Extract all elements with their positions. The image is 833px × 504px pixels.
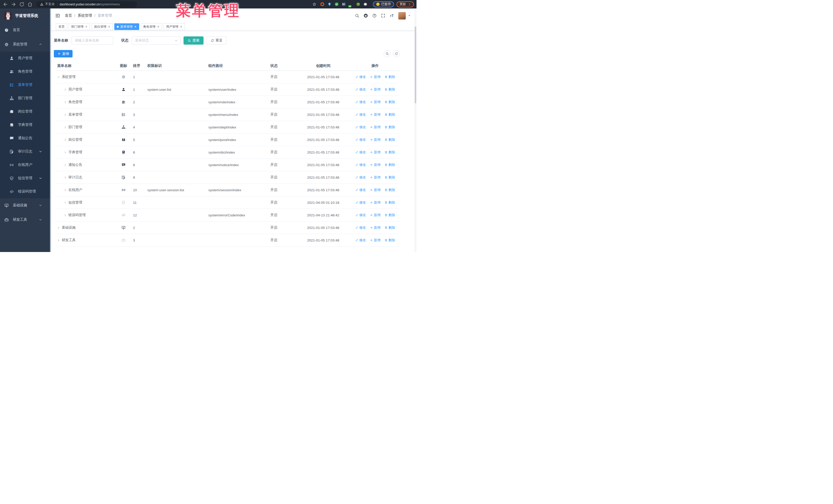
close-icon[interactable]: ✕ — [85, 25, 88, 28]
add-link[interactable]: 新增 — [370, 125, 381, 129]
page-scrollbar[interactable] — [414, 8, 416, 252]
sidebar-item-短信管理[interactable]: 短信管理 — [0, 171, 50, 185]
table-row[interactable]: 岗位管理5system/post/index开启2021-01-05 17:03… — [55, 134, 400, 146]
sidebar-item-审计日志[interactable]: 审计日志 — [0, 145, 50, 158]
add-link[interactable]: 新增 — [370, 163, 381, 167]
edit-link[interactable]: 修改 — [355, 238, 366, 242]
reload-icon[interactable] — [19, 2, 25, 7]
delete-link[interactable]: 删除 — [384, 137, 395, 142]
tab-岗位管理[interactable]: 岗位管理✕ — [92, 23, 113, 30]
sidebar-item-角色管理[interactable]: 角色管理 — [0, 65, 50, 78]
expand-icon[interactable] — [57, 239, 60, 242]
delete-link[interactable]: 删除 — [384, 175, 395, 180]
add-link[interactable]: 新增 — [370, 225, 381, 230]
delete-link[interactable]: 删除 — [384, 100, 395, 104]
forward-icon[interactable] — [11, 2, 17, 7]
add-link[interactable]: 新增 — [370, 200, 381, 205]
expand-icon[interactable] — [64, 113, 67, 116]
table-row[interactable]: 短信管理11开启2021-04-05 01:10:16修改新增删除 — [55, 196, 400, 209]
expand-icon[interactable] — [57, 76, 60, 78]
tab-首页[interactable]: 首页 — [56, 23, 67, 30]
add-link[interactable]: 新增 — [370, 175, 381, 180]
close-icon[interactable]: ✕ — [180, 25, 182, 28]
tab-菜单管理[interactable]: 菜单管理✕ — [114, 23, 139, 30]
sidebar-item-菜单管理[interactable]: 菜单管理 — [0, 78, 50, 92]
table-row[interactable]: 角色管理2system/role/index开启2021-01-05 17:03… — [55, 96, 400, 109]
search-button[interactable]: 搜索 — [184, 37, 204, 45]
edit-link[interactable]: 修改 — [355, 225, 366, 230]
edit-link[interactable]: 修改 — [355, 112, 366, 117]
table-row[interactable]: 研发工具3开启2021-01-05 17:03:48修改新增删除 — [55, 234, 400, 247]
sidebar-item-首页[interactable]: 首页 — [0, 23, 50, 37]
status-select[interactable]: 菜单状态 — [132, 37, 181, 45]
add-link[interactable]: 新增 — [370, 150, 381, 154]
edit-link[interactable]: 修改 — [355, 163, 366, 167]
caret-down-icon[interactable] — [408, 14, 411, 17]
add-link[interactable]: 新增 — [370, 75, 381, 79]
fullscreen-icon[interactable] — [381, 13, 385, 18]
close-icon[interactable]: ✕ — [157, 25, 160, 28]
extension-white-puzzle-icon[interactable] — [363, 2, 367, 6]
extension-green-check-icon[interactable] — [334, 2, 339, 6]
expand-icon[interactable] — [64, 164, 67, 166]
table-row[interactable]: 部门管理4system/dept/index开启2021-01-05 17:03… — [55, 121, 400, 134]
reset-button[interactable]: 重置 — [207, 37, 227, 45]
extension-orange-ring-icon[interactable] — [320, 2, 325, 6]
sidebar-item-字典管理[interactable]: 字典管理 — [0, 118, 50, 131]
delete-link[interactable]: 删除 — [384, 188, 395, 192]
home-icon[interactable] — [27, 2, 33, 7]
expand-icon[interactable] — [64, 101, 67, 103]
delete-link[interactable]: 删除 — [384, 112, 395, 117]
tab-部门管理[interactable]: 部门管理✕ — [69, 23, 90, 30]
question-icon[interactable] — [372, 13, 377, 18]
delete-link[interactable]: 删除 — [384, 213, 395, 217]
edit-link[interactable]: 修改 — [355, 75, 366, 79]
sidebar-item-岗位管理[interactable]: 岗位管理 — [0, 105, 50, 118]
expand-icon[interactable] — [64, 176, 67, 179]
add-link[interactable]: 新增 — [370, 238, 381, 242]
sidebar-item-错误码管理[interactable]: 错误码管理 — [0, 185, 50, 198]
delete-link[interactable]: 删除 — [384, 163, 395, 167]
extension-dark-list-on-icon[interactable]: on — [349, 2, 353, 6]
edit-link[interactable]: 修改 — [355, 87, 366, 92]
add-link[interactable]: 新增 — [370, 213, 381, 217]
delete-link[interactable]: 删除 — [384, 238, 395, 242]
delete-link[interactable]: 删除 — [384, 125, 395, 129]
back-icon[interactable] — [3, 2, 8, 7]
table-row[interactable]: 通知公告8system/notice/index开启2021-01-05 17:… — [55, 159, 400, 171]
extension-gray-bars-icon[interactable] — [342, 2, 346, 6]
add-link[interactable]: 新增 — [370, 112, 381, 117]
expand-icon[interactable] — [64, 126, 67, 129]
add-button[interactable]: 新增 — [54, 50, 73, 57]
expand-icon[interactable] — [57, 226, 60, 229]
delete-link[interactable]: 删除 — [384, 200, 395, 205]
delete-link[interactable]: 删除 — [384, 150, 395, 154]
add-link[interactable]: 新增 — [370, 137, 381, 142]
github-icon[interactable] — [363, 13, 368, 18]
expand-icon[interactable] — [64, 201, 67, 204]
table-row[interactable]: 字典管理6system/dict/index开启2021-01-05 17:03… — [55, 146, 400, 159]
expand-icon[interactable] — [64, 88, 67, 91]
hamburger-icon[interactable] — [55, 13, 60, 18]
sidebar-item-通知公告[interactable]: 通知公告 — [0, 131, 50, 145]
sidebar-item-基础设施[interactable]: 基础设施 — [0, 198, 50, 213]
extension-green-monkey-icon[interactable] — [356, 2, 360, 6]
edit-link[interactable]: 修改 — [355, 137, 366, 142]
breadcrumb-system[interactable]: 系统管理 — [78, 13, 92, 18]
expand-icon[interactable] — [64, 189, 67, 192]
expand-icon[interactable] — [64, 139, 67, 141]
address-bar[interactable]: 不安全 dashboard.yudao.iocoder.cn/system/me… — [37, 1, 137, 7]
table-row[interactable]: 在线用户10system:user-session:listsystem/ses… — [55, 184, 400, 196]
edit-link[interactable]: 修改 — [355, 100, 366, 104]
breadcrumb-home[interactable]: 首页 — [65, 13, 72, 18]
add-link[interactable]: 新增 — [370, 87, 381, 92]
expand-icon[interactable] — [64, 151, 67, 154]
edit-link[interactable]: 修改 — [355, 125, 366, 129]
edit-link[interactable]: 修改 — [355, 175, 366, 180]
sidebar-item-在线用户[interactable]: 在线用户 — [0, 158, 50, 171]
delete-link[interactable]: 删除 — [384, 225, 395, 230]
table-row[interactable]: 审计日志9开启2021-01-05 17:03:48修改新增删除 — [55, 171, 400, 184]
add-link[interactable]: 新增 — [370, 100, 381, 104]
toggle-search-button[interactable] — [384, 50, 390, 57]
close-icon[interactable]: ✕ — [134, 25, 136, 28]
